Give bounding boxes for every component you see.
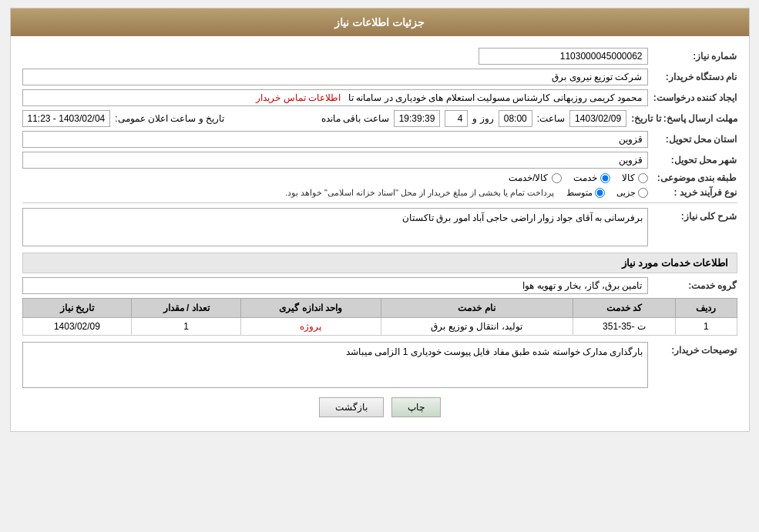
tabaqe-kala-radio[interactable] [638, 173, 648, 183]
ostan-value: قزوین [22, 131, 648, 148]
roz-label: روز و [472, 113, 493, 124]
ejad-row: ایجاد کننده درخواست: محمود کریمی روزبهان… [22, 89, 737, 106]
col-code: کد خدمت [573, 299, 676, 318]
tabaqe-kala-label: کالا [622, 172, 635, 183]
time-label: ساعت: [537, 113, 565, 124]
shahr-label: شهر محل تحویل: [653, 155, 737, 166]
purchase-label: نوع فرآیند خرید : [653, 187, 737, 198]
mohlet-time: 08:00 [499, 110, 532, 127]
ostan-label: استان محل تحویل: [653, 134, 737, 145]
purchase-jezvi-radio[interactable] [638, 188, 648, 198]
remaining-label: ساعت باقی مانده [321, 113, 389, 124]
cell-radif: 1 [676, 318, 737, 336]
ejad-value: محمود کریمی روزبهانی کارشناس مسولیت استع… [22, 89, 648, 106]
elan-label: تاریخ و ساعت اعلان عمومی: [115, 113, 224, 124]
purchase-jezvi-item: جزیی [616, 188, 648, 198]
contact-link[interactable]: اطلاعات تماس خریدار [256, 92, 341, 103]
dastgah-label: نام دستگاه خریدار: [653, 72, 737, 82]
remaining-value: 19:39:39 [394, 110, 441, 127]
page-header: جزئیات اطلاعات نیاز [11, 8, 749, 36]
mohlet-date: 1403/02/09 [569, 110, 626, 127]
content-area: شماره نیاز: 1103000045000062 نام دستگاه … [11, 36, 749, 431]
tabaqe-khadamat-radio[interactable] [600, 173, 610, 183]
cell-code: ت -35-351 [573, 318, 676, 336]
dastgah-value: شرکت توزیع نیروی برق [22, 69, 648, 85]
divider-1 [22, 202, 737, 203]
cell-date: 1403/02/09 [22, 318, 132, 336]
ejad-label: ایجاد کننده درخواست: [653, 92, 737, 103]
sharh-label: شرح کلی نیاز: [653, 208, 737, 222]
col-count: تعداد / مقدار [132, 299, 241, 318]
elan-value: 1403/02/04 - 11:23 [22, 110, 111, 127]
toseeh-row: توصیحات خریدار: [22, 342, 737, 388]
tabaqe-khadamat-item: خدمت [573, 172, 610, 183]
roz-value: 4 [445, 110, 468, 127]
table-header-row: ردیف کد خدمت نام خدمت واحد اندازه گیری ت… [22, 299, 737, 318]
dastgah-row: نام دستگاه خریدار: شرکت توزیع نیروی برق [22, 69, 737, 85]
ostan-row: استان محل تحویل: قزوین [22, 131, 737, 148]
tabaqe-row: طبقه بندی موضوعی: کالا خدمت کالا/خدمت [22, 172, 737, 183]
purchase-jezvi-label: جزیی [616, 188, 636, 198]
sharh-textarea[interactable] [22, 208, 648, 246]
tabaqe-kala-khadamat-radio[interactable] [552, 173, 562, 183]
tabaqe-label: طبقه بندی موضوعی: [653, 172, 737, 183]
sharh-row: شرح کلی نیاز: [22, 208, 737, 246]
purchase-desc: پرداخت تمام یا بخشی از مبلغ خریدار از مح… [285, 188, 555, 198]
mohlet-row: مهلت ارسال پاسخ: تا تاریخ: 1403/02/09 سا… [22, 110, 737, 127]
shahr-row: شهر محل تحویل: قزوین [22, 152, 737, 169]
print-button[interactable]: چاپ [391, 397, 441, 417]
mohlet-label: مهلت ارسال پاسخ: تا تاریخ: [631, 113, 737, 124]
col-radif: ردیف [676, 299, 737, 318]
btn-row: چاپ بازگشت [22, 397, 737, 417]
purchase-radio-group: جزیی متوسط پرداخت تمام یا بخشی از مبلغ خ… [285, 188, 648, 198]
tabaqe-khadamat-label: خدمت [573, 172, 597, 183]
main-container: جزئیات اطلاعات نیاز شماره نیاز: 11030000… [10, 8, 750, 432]
tabaqe-radio-group: کالا خدمت کالا/خدمت [509, 172, 647, 183]
purchase-motovaset-radio[interactable] [595, 188, 605, 198]
col-date: تاریخ نیاز [22, 299, 132, 318]
shomar-label: شماره نیاز: [653, 51, 737, 62]
back-button[interactable]: بازگشت [319, 397, 384, 417]
cell-name: تولید، انتقال و توزیع برق [381, 318, 573, 336]
purchase-motovaset-label: متوسط [566, 188, 593, 198]
toseeh-label: توصیحات خریدار: [653, 342, 737, 356]
cell-unit: پروژه [241, 318, 381, 336]
shahr-value: قزوین [22, 152, 648, 169]
purchase-motovaset-item: متوسط [566, 188, 605, 198]
table-row: 1 ت -35-351 تولید، انتقال و توزیع برق پر… [22, 318, 737, 336]
services-table: ردیف کد خدمت نام خدمت واحد اندازه گیری ت… [22, 298, 737, 336]
tabaqe-kala-khadamat-label: کالا/خدمت [509, 172, 548, 183]
page-title: جزئیات اطلاعات نیاز [334, 16, 425, 28]
grouh-label: گروه خدمت: [653, 280, 737, 291]
grouh-row: گروه خدمت: تامین برق، گاز، بخار و تهویه … [22, 277, 737, 294]
col-name: نام خدمت [381, 299, 573, 318]
tabaqe-kala-item: کالا [622, 172, 648, 183]
khadamat-section-title: اطلاعات خدمات مورد نیاز [22, 253, 737, 273]
purchase-row: نوع فرآیند خرید : جزیی متوسط پرداخت تمام… [22, 187, 737, 198]
toseeh-textarea[interactable] [22, 342, 648, 388]
shomar-row: شماره نیاز: 1103000045000062 [22, 48, 737, 65]
cell-count: 1 [132, 318, 241, 336]
grouh-value: تامین برق، گاز، بخار و تهویه هوا [22, 277, 648, 294]
col-unit: واحد اندازه گیری [241, 299, 381, 318]
tabaqe-kala-khadamat-item: کالا/خدمت [509, 172, 561, 183]
shomar-value: 1103000045000062 [479, 48, 648, 65]
